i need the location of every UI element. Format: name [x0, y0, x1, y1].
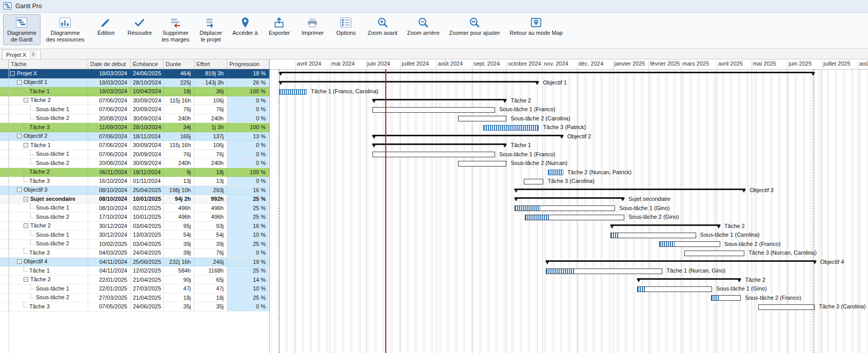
week-gridline [271, 69, 271, 353]
task-bar[interactable] [458, 161, 507, 167]
table-row[interactable]: Sous-tâche 122/01/202527/03/202547j47j10… [0, 284, 269, 294]
toolbar-button-resource-chart[interactable]: Diagramme des ressources [42, 14, 89, 45]
table-row[interactable]: -Tâche 222/01/202521/04/202590j65j14 % [0, 276, 269, 285]
table-row[interactable]: Sous-tâche 220/08/202430/09/2024240h240h… [0, 159, 269, 168]
toolbar-button-goto[interactable]: Accéder à [228, 14, 262, 38]
summary-bar[interactable] [372, 135, 563, 136]
table-row[interactable]: Tâche 104/11/202412/02/2025584h1168h25 % [0, 266, 269, 276]
collapse-icon[interactable]: - [17, 134, 22, 138]
table-row[interactable]: Tâche 311/09/202428/10/202434j1j 3h100 % [0, 123, 269, 132]
task-bar[interactable] [610, 233, 696, 238]
collapse-icon[interactable]: - [24, 98, 28, 102]
summary-bar[interactable] [372, 99, 506, 100]
task-bar[interactable] [637, 286, 712, 292]
collapse-icon[interactable]: - [24, 277, 28, 282]
toolbar-button-gantt-chart[interactable]: Diagramme de Gantt [3, 14, 41, 45]
table-row[interactable]: -Objectif 308/10/202425/04/2025198j 10h2… [0, 186, 269, 195]
summary-bar[interactable] [546, 260, 816, 262]
toolbar-button-zoom-fit[interactable]: Zoomer pour ajuster [445, 14, 504, 38]
column-header-1[interactable]: Tâche [9, 59, 88, 69]
table-row[interactable]: Tâche 316/10/202401/11/202413j13j0 % [0, 177, 269, 186]
table-row[interactable]: -Objectif 118/03/202428/10/2024225j143j … [0, 78, 269, 88]
summary-bar[interactable] [515, 189, 745, 190]
toolbar-button-map-mode[interactable]: Retour au mode Map [506, 14, 567, 38]
collapse-icon[interactable]: - [17, 80, 22, 85]
collapse-icon[interactable]: - [17, 259, 22, 264]
table-row[interactable]: -Tâche 207/06/202430/09/2024115j 16h106j… [0, 96, 269, 106]
toolbar-button-zoom-in[interactable]: Zoom avant [363, 14, 401, 38]
today-line [385, 69, 386, 353]
table-row[interactable]: Tâche 118/03/202410/04/202418j36j100 % [0, 87, 269, 96]
toolbar-button-move-project[interactable]: Déplacer le projet [195, 14, 227, 45]
table-row[interactable]: Sous-tâche 130/12/202413/03/202554j54j10… [0, 231, 269, 240]
table-row[interactable]: -Sujet secondaire08/10/202410/01/202594j… [0, 195, 269, 204]
bar-label: Objectif 3 [749, 186, 773, 195]
toolbar-button-export[interactable]: Exporter [263, 14, 295, 38]
summary-bar[interactable] [515, 197, 624, 199]
table-row[interactable]: Sous-tâche 107/06/202420/09/202476j76j0 … [0, 150, 269, 159]
collapse-icon[interactable]: - [17, 188, 22, 192]
toolbar-button-print[interactable]: Imprimer [297, 14, 328, 38]
column-header-6[interactable]: Progression [227, 59, 269, 69]
month-gridline [436, 61, 437, 353]
toolbar-button-delete-margins[interactable]: Supprimer les marges [157, 14, 193, 45]
task-bar[interactable] [659, 241, 720, 247]
table-row[interactable]: Tâche 307/05/202524/06/202535j35j0 % [0, 302, 269, 312]
tab-close-icon[interactable]: x [30, 51, 36, 58]
task-bar[interactable] [483, 125, 539, 131]
toolbar-button-resolve[interactable]: Résoudre [123, 14, 156, 38]
due-date-cell: 24/04/2025 [131, 248, 164, 258]
table-row[interactable]: Sous-tâche 210/02/202503/04/202539j39j25… [0, 240, 269, 249]
collapse-icon[interactable]: - [24, 223, 28, 228]
task-bar[interactable] [546, 268, 662, 274]
task-bar[interactable] [684, 251, 744, 256]
column-header-5[interactable]: Effort [194, 59, 227, 69]
summary-bar[interactable] [610, 224, 720, 226]
progress-cell: 25 % [227, 240, 269, 249]
week-gridline [716, 69, 716, 353]
row-gutter [0, 159, 9, 168]
column-header-4[interactable]: Durée [164, 59, 194, 69]
toolbar-button-edit[interactable]: Édition [90, 14, 122, 38]
task-bar[interactable] [458, 116, 507, 121]
week-gridline [796, 69, 797, 353]
collapse-icon[interactable]: - [10, 71, 15, 76]
table-row[interactable]: Tâche 304/03/202524/04/202538j76j0 % [0, 248, 269, 258]
table-row[interactable]: Sous-tâche 220/08/202430/09/2024240h240h… [0, 114, 269, 123]
table-row[interactable]: -Projet X18/03/202424/06/2025464j819j 3h… [0, 69, 269, 78]
tab-projet-x[interactable]: Projet X x [2, 50, 41, 59]
collapse-icon[interactable]: - [24, 197, 28, 201]
task-name: Tâche 3 [29, 177, 50, 185]
column-header-2[interactable]: Date de début [88, 59, 131, 69]
summary-bar[interactable] [279, 81, 539, 82]
summary-end-cap [503, 144, 507, 148]
table-row[interactable]: -Tâche 230/12/202403/04/202595j93j16 % [0, 222, 269, 231]
toolbar-button-zoom-out[interactable]: Zoom arrière [403, 14, 444, 38]
task-name-cell: Sous-tâche 2 [9, 294, 88, 303]
collapse-icon[interactable]: - [24, 143, 28, 148]
toolbar-button-options[interactable]: Options [330, 14, 362, 38]
task-bar[interactable] [515, 205, 615, 211]
task-bar[interactable] [372, 107, 495, 113]
table-row[interactable]: Sous-tâche 227/03/202521/04/202518j18j25… [0, 294, 269, 303]
table-row[interactable]: -Objectif 207/06/202418/11/2024165j137j1… [0, 132, 269, 141]
task-bar[interactable] [372, 152, 495, 157]
table-row[interactable]: -Objectif 404/11/202425/06/2025232j 16h2… [0, 258, 269, 267]
summary-bar[interactable] [279, 72, 815, 73]
task-bar[interactable] [525, 215, 624, 220]
task-bar[interactable] [279, 89, 307, 95]
summary-bar[interactable] [637, 278, 741, 280]
task-bar[interactable] [711, 295, 741, 301]
table-row[interactable]: Sous-tâche 107/06/202420/09/202476j76j0 … [0, 105, 269, 114]
month-label: mars 2025 [682, 60, 709, 67]
table-row[interactable]: Sous-tâche 217/10/202410/01/2025496h496h… [0, 213, 269, 222]
summary-bar[interactable] [372, 143, 506, 145]
task-bar[interactable] [548, 170, 563, 175]
table-row[interactable]: -Tâche 107/06/202430/09/2024115j 16h106j… [0, 141, 269, 150]
table-row[interactable]: Sous-tâche 108/10/202402/01/2025496h496h… [0, 204, 269, 213]
column-header-3[interactable]: Échéance [131, 59, 164, 69]
bar-label: Sous-tâche 2 (Franco) [745, 294, 801, 303]
task-bar[interactable] [524, 179, 543, 184]
task-bar[interactable] [758, 304, 815, 310]
table-row[interactable]: Tâche 206/11/202418/11/20249j18j100 % [0, 168, 269, 177]
